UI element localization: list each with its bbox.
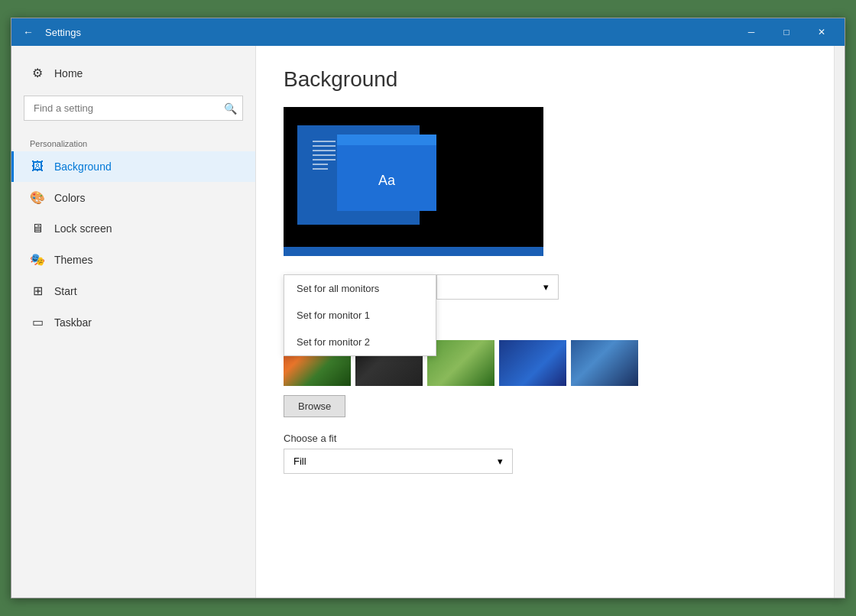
search-icon: 🔍 bbox=[224, 102, 237, 115]
thumbnail-green[interactable] bbox=[427, 340, 494, 386]
sidebar-item-lockscreen[interactable]: 🖥 Lock screen bbox=[11, 213, 255, 244]
chevron-down-icon: ▾ bbox=[543, 281, 549, 293]
sidebar-item-home[interactable]: ⚙ Home bbox=[11, 58, 255, 88]
taskbar-icon: ▭ bbox=[30, 315, 45, 329]
personalization-label: Personalization bbox=[11, 133, 255, 151]
sidebar-item-start[interactable]: ⊞ Start bbox=[11, 275, 255, 306]
back-button[interactable]: ← bbox=[18, 21, 39, 43]
colors-icon: 🎨 bbox=[30, 190, 45, 205]
preview-line-4 bbox=[313, 154, 336, 156]
thumbnail-blue[interactable] bbox=[499, 340, 566, 386]
preview-line-7 bbox=[313, 168, 328, 170]
titlebar-title: Settings bbox=[45, 27, 734, 38]
taskbar-label: Taskbar bbox=[54, 316, 92, 329]
home-label: Home bbox=[54, 67, 83, 79]
preview-line-6 bbox=[313, 164, 328, 165]
restore-button[interactable]: □ bbox=[770, 20, 803, 44]
monitor-dropdown-button[interactable]: ▾ bbox=[436, 274, 559, 300]
fit-value: Fill bbox=[293, 456, 306, 467]
sidebar-item-taskbar[interactable]: ▭ Taskbar bbox=[11, 306, 255, 338]
minimize-button[interactable]: ─ bbox=[734, 20, 768, 44]
set-all-monitors-option[interactable]: Set for all monitors bbox=[284, 275, 436, 302]
browse-button[interactable]: Browse bbox=[284, 395, 345, 417]
close-button[interactable]: ✕ bbox=[805, 20, 838, 44]
themes-label: Themes bbox=[54, 254, 93, 266]
preview-line-5 bbox=[313, 159, 336, 160]
content-area: ⚙ Home 🔍 Personalization 🖼 Background 🎨 … bbox=[11, 46, 845, 598]
preview-line-1 bbox=[313, 141, 336, 142]
sidebar-item-colors[interactable]: 🎨 Colors bbox=[11, 182, 255, 213]
preview-sidebar bbox=[313, 141, 336, 170]
sidebar-item-themes[interactable]: 🎭 Themes bbox=[11, 244, 255, 275]
search-container: 🔍 bbox=[24, 96, 243, 121]
scrollbar-track bbox=[834, 46, 845, 598]
home-icon: ⚙ bbox=[30, 66, 45, 80]
themes-icon: 🎭 bbox=[30, 252, 45, 267]
window-controls: ─ □ ✕ bbox=[734, 20, 838, 44]
thumbnail-bluescene[interactable] bbox=[571, 340, 638, 386]
background-icon: 🖼 bbox=[30, 160, 45, 173]
preview-aa-text: Aa bbox=[378, 173, 395, 189]
fit-section: Choose a fit Fill ▾ bbox=[284, 433, 806, 474]
background-preview: Aa bbox=[284, 107, 543, 256]
settings-window: ← Settings ─ □ ✕ ⚙ Home 🔍 P bbox=[11, 18, 845, 598]
titlebar: ← Settings ─ □ ✕ bbox=[11, 18, 845, 46]
lockscreen-icon: 🖥 bbox=[30, 222, 45, 235]
set-monitor-2-option[interactable]: Set for monitor 2 bbox=[284, 329, 436, 355]
main-content: Background Aa bbox=[256, 46, 834, 598]
fit-chevron-icon: ▾ bbox=[498, 456, 503, 467]
monitor-dropdown-area: Set for all monitors Set for monitor 1 S… bbox=[284, 274, 806, 300]
fit-label: Choose a fit bbox=[284, 433, 806, 444]
search-input[interactable] bbox=[24, 96, 243, 121]
background-label: Background bbox=[54, 160, 112, 173]
monitor-dropdown-popup: Set for all monitors Set for monitor 1 S… bbox=[284, 274, 436, 356]
set-monitor-1-option[interactable]: Set for monitor 1 bbox=[284, 302, 436, 329]
preview-line-2 bbox=[313, 145, 336, 147]
start-label: Start bbox=[54, 285, 77, 297]
page-title: Background bbox=[284, 67, 806, 92]
preview-window: Aa bbox=[337, 135, 436, 211]
preview-line-3 bbox=[313, 150, 336, 151]
fit-dropdown[interactable]: Fill ▾ bbox=[284, 449, 513, 474]
colors-label: Colors bbox=[54, 192, 85, 204]
lockscreen-label: Lock screen bbox=[54, 222, 112, 235]
start-icon: ⊞ bbox=[30, 284, 45, 298]
sidebar: ⚙ Home 🔍 Personalization 🖼 Background 🎨 … bbox=[11, 46, 256, 598]
sidebar-item-background[interactable]: 🖼 Background bbox=[11, 151, 255, 182]
preview-taskbar bbox=[284, 247, 543, 256]
